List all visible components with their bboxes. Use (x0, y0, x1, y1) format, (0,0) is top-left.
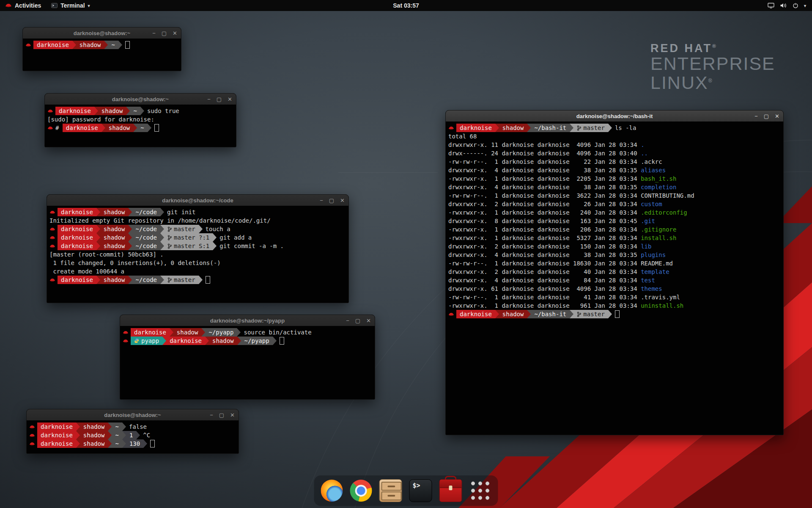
terminal-line: drwxrwxr-x. 2 darknoise darknoise 150 Ja… (448, 242, 781, 251)
minimize-button[interactable]: − (210, 412, 213, 418)
terminal-content[interactable]: darknoiseshadow~ (23, 39, 181, 71)
terminal-cursor (280, 337, 284, 345)
window-titlebar[interactable]: darknoise@shadow:~ − ▢ ✕ (45, 94, 236, 105)
window-titlebar[interactable]: darknoise@shadow:~ − ▢ ✕ (23, 28, 181, 39)
terminal-line: drwx------. 24 darknoise darknoise 4096 … (448, 149, 781, 157)
output-text: -rwxrwxr-x. 1 darknoise darknoise 2205 J… (448, 175, 641, 182)
terminal-line: drwxrwxr-x. 4 darknoise darknoise 84 Jan… (448, 276, 781, 284)
minimize-button[interactable]: − (207, 97, 211, 102)
terminal-line: -rw-rw-r--. 1 darknoise darknoise 18630 … (448, 259, 781, 268)
prompt-segment-git: master S:1 (164, 242, 213, 250)
focused-app-menu[interactable]: Terminal ▾ (46, 0, 95, 11)
output-text: README.md (641, 260, 673, 267)
close-button[interactable]: ✕ (173, 30, 177, 36)
prompt-segment-git: master (164, 225, 199, 233)
terminal-content[interactable]: darknoiseshadow~/pyappsource bin/activat… (120, 326, 375, 399)
maximize-button[interactable]: ▢ (764, 113, 769, 119)
drawer-bottom (381, 491, 402, 500)
segment-separator (128, 276, 132, 284)
output-text: themes (641, 285, 662, 292)
close-button[interactable]: ✕ (340, 198, 345, 203)
maximize-button[interactable]: ▢ (217, 97, 222, 102)
prompt-segment-path: ~/pyapp (205, 328, 237, 337)
window-titlebar[interactable]: darknoise@shadow:~/bash-it − ▢ ✕ (446, 110, 783, 122)
dock-terminal-icon[interactable]: $> (409, 479, 432, 502)
close-button[interactable]: ✕ (775, 113, 779, 119)
minimize-button[interactable]: − (754, 113, 758, 119)
prompt-segment-user: darknoise (58, 225, 96, 233)
segment-separator (495, 310, 499, 318)
maximize-button[interactable]: ▢ (329, 198, 334, 203)
redhat-prompt-icon (47, 125, 54, 131)
output-text: drwxrwxr-x. 2 darknoise darknoise 150 Ja… (448, 243, 641, 250)
output-text: total 68 (448, 133, 477, 140)
maximize-button[interactable]: ▢ (355, 318, 360, 323)
minimize-button[interactable]: − (346, 318, 349, 323)
window-titlebar[interactable]: darknoise@shadow:~/pyapp − ▢ ✕ (120, 315, 375, 326)
segment-separator (570, 310, 573, 318)
command-text: git commit -a -m . (219, 243, 284, 249)
terminal-line: darknoiseshadow~/bash-itmasterls -la (448, 124, 781, 132)
prompt-segment-user: darknoise (58, 233, 96, 242)
terminal-line: [master (root-commit) 50bcb63] . (49, 250, 346, 259)
close-button[interactable]: ✕ (366, 318, 371, 323)
output-text: [sudo] password for darknoise: (47, 116, 158, 123)
output-text: -rwxrwxr-x. 1 darknoise darknoise 961 Ja… (448, 302, 641, 309)
prompt-segment-host: shadow (499, 124, 527, 132)
terminal-line: darknoiseshadow~false (29, 422, 236, 431)
segment-separator (76, 431, 80, 439)
activities-button[interactable]: Activities (0, 0, 46, 11)
terminal-window-home-1: darknoise@shadow:~ − ▢ ✕ darknoiseshadow… (22, 27, 181, 71)
dock-app-grid-icon[interactable] (469, 480, 491, 502)
prompt-segment-host: shadow (76, 41, 104, 49)
minimize-button[interactable]: − (320, 198, 323, 203)
terminal-content[interactable]: darknoiseshadow~/bash-itmasterls -latota… (446, 121, 783, 435)
segment-separator (122, 439, 126, 448)
dock-toolbox-icon[interactable] (439, 479, 462, 502)
prompt-segment-exit: 1 (126, 431, 136, 439)
terminal-line: -rw-rw-r--. 1 darknoise darknoise 22 Jan… (448, 157, 781, 166)
segment-separator (72, 41, 76, 49)
terminal-line: drwxrwxr-x. 2 darknoise darknoise 40 Jan… (448, 268, 781, 276)
terminal-cursor (206, 276, 210, 284)
segment-separator (160, 208, 164, 216)
terminal-line: total 68 (448, 132, 781, 141)
maximize-button[interactable]: ▢ (219, 412, 224, 418)
segment-separator (76, 422, 80, 431)
git-branch-icon (167, 243, 172, 249)
terminal-content[interactable]: darknoiseshadow~/codegit initInitialized… (47, 206, 348, 303)
window-titlebar[interactable]: darknoise@shadow:~/code − ▢ ✕ (47, 195, 348, 206)
prompt-segment-path: ~/bash-it (531, 124, 570, 132)
dock-files-icon[interactable] (379, 479, 402, 502)
prompt-segment-host: shadow (100, 242, 129, 250)
system-status-area[interactable]: ▾ (762, 0, 812, 11)
command-text: sudo true (147, 108, 179, 114)
window-titlebar[interactable]: darknoise@shadow:~ − ▢ ✕ (27, 409, 239, 421)
segment-separator (213, 233, 217, 242)
output-text: .editorconfig (641, 209, 687, 216)
segment-separator (96, 208, 100, 216)
terminal-content[interactable]: darknoiseshadow~sudo true[sudo] password… (45, 105, 236, 147)
terminal-line: darknoiseshadow~ (25, 41, 178, 49)
redhat-prompt-icon (448, 125, 455, 131)
prompt-segment-user: darknoise (58, 276, 96, 284)
prompt-segment-user: darknoise (131, 328, 170, 337)
minimize-button[interactable]: − (152, 30, 156, 36)
close-button[interactable]: ✕ (228, 97, 232, 102)
git-branch-icon (167, 235, 172, 240)
output-text: bash_it.sh (641, 175, 676, 182)
terminal-content[interactable]: darknoiseshadow~falsedarknoiseshadow~1^C… (27, 420, 239, 453)
maximize-button[interactable]: ▢ (162, 30, 167, 36)
segment-separator (148, 124, 151, 132)
dock-firefox-icon[interactable] (321, 480, 343, 502)
segment-separator (160, 233, 164, 242)
clock[interactable]: Sat 03:57 (393, 2, 419, 9)
segment-separator (96, 276, 100, 284)
dock-chrome-icon[interactable] (350, 480, 372, 502)
prompt-segment-user: darknoise (55, 107, 94, 115)
output-text: -rw-rw-r--. 1 darknoise darknoise 18630 … (448, 260, 641, 267)
prompt-segment-path: ~ (108, 41, 118, 49)
terminal-line: darknoiseshadow~/codemaster ?:1git add a (49, 233, 346, 242)
close-button[interactable]: ✕ (230, 412, 235, 418)
segment-separator (201, 328, 205, 337)
